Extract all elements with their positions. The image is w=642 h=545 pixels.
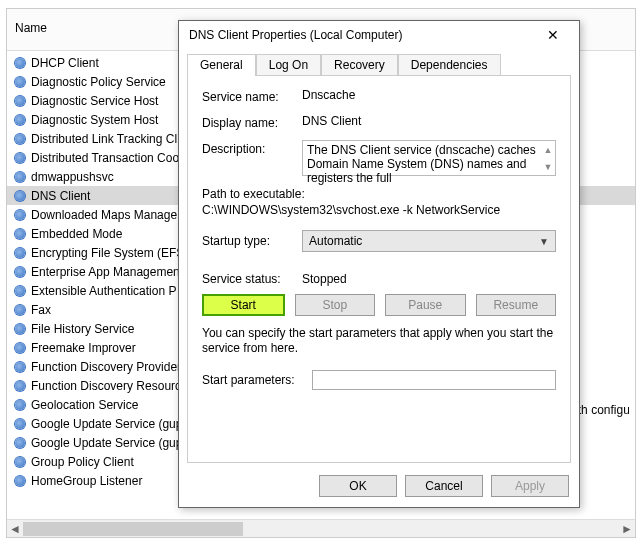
service-name-text: Extensible Authentication P…: [31, 284, 188, 298]
service-name-text: Diagnostic Service Host: [31, 94, 158, 108]
scroll-right-icon[interactable]: ►: [619, 520, 635, 538]
spin-up-icon[interactable]: ▲: [541, 141, 555, 158]
resume-button: Resume: [476, 294, 557, 316]
service-name-text: Google Update Service (gup…: [31, 417, 194, 431]
tab-recovery[interactable]: Recovery: [321, 54, 398, 76]
gear-icon: [13, 265, 27, 279]
gear-icon: [13, 227, 27, 241]
gear-icon: [13, 417, 27, 431]
label-description: Description:: [202, 140, 302, 156]
start-params-note: You can specify the start parameters tha…: [202, 326, 556, 356]
ok-button[interactable]: OK: [319, 475, 397, 497]
tab-general-body: Service name: Dnscache Display name: DNS…: [187, 75, 571, 463]
service-name-text: DHCP Client: [31, 56, 99, 70]
gear-icon: [13, 94, 27, 108]
service-name-text: Enterprise App Managemen…: [31, 265, 192, 279]
service-name-text: Diagnostic Policy Service: [31, 75, 166, 89]
column-header-name[interactable]: Name: [15, 21, 47, 35]
start-button[interactable]: Start: [202, 294, 285, 316]
start-parameters-input[interactable]: [312, 370, 556, 390]
service-name-text: Encrypting File System (EFS): [31, 246, 188, 260]
service-name-text: Distributed Link Tracking Cl…: [31, 132, 189, 146]
value-startup-type: Automatic: [309, 234, 362, 248]
value-service-name: Dnscache: [302, 88, 556, 102]
gear-icon: [13, 379, 27, 393]
tabstrip: GeneralLog OnRecoveryDependencies: [187, 53, 571, 75]
apply-button: Apply: [491, 475, 569, 497]
label-service-name: Service name:: [202, 88, 302, 104]
gear-icon: [13, 455, 27, 469]
service-name-text: Function Discovery Provider…: [31, 360, 193, 374]
gear-icon: [13, 113, 27, 127]
gear-icon: [13, 436, 27, 450]
gear-icon: [13, 170, 27, 184]
service-name-text: Group Policy Client: [31, 455, 134, 469]
label-start-parameters: Start parameters:: [202, 373, 312, 387]
gear-icon: [13, 56, 27, 70]
label-path: Path to executable:: [202, 186, 556, 202]
gear-icon: [13, 303, 27, 317]
service-name-text: Embedded Mode: [31, 227, 122, 241]
service-name-text: Function Discovery Resourc…: [31, 379, 193, 393]
gear-icon: [13, 322, 27, 336]
gear-icon: [13, 284, 27, 298]
service-name-text: DNS Client: [31, 189, 90, 203]
spin-down-icon[interactable]: ▼: [541, 158, 555, 175]
gear-icon: [13, 360, 27, 374]
horizontal-scrollbar[interactable]: ◄ ►: [7, 519, 635, 537]
service-name-text: Google Update Service (gup…: [31, 436, 194, 450]
gear-icon: [13, 246, 27, 260]
service-name-text: Downloaded Maps Manage…: [31, 208, 189, 222]
stop-button: Stop: [295, 294, 376, 316]
chevron-down-icon: ▼: [539, 236, 549, 247]
close-button[interactable]: ✕: [533, 21, 573, 49]
service-name-text: Diagnostic System Host: [31, 113, 158, 127]
gear-icon: [13, 474, 27, 488]
gear-icon: [13, 132, 27, 146]
service-name-text: File History Service: [31, 322, 134, 336]
value-description: The DNS Client service (dnscache) caches…: [307, 143, 536, 185]
label-startup-type: Startup type:: [202, 234, 302, 248]
startup-type-select[interactable]: Automatic ▼: [302, 230, 556, 252]
gear-icon: [13, 151, 27, 165]
service-name-text: HomeGroup Listener: [31, 474, 142, 488]
tab-log-on[interactable]: Log On: [256, 54, 321, 76]
label-display-name: Display name:: [202, 114, 302, 130]
description-box[interactable]: The DNS Client service (dnscache) caches…: [302, 140, 556, 176]
properties-dialog: DNS Client Properties (Local Computer) ✕…: [178, 20, 580, 508]
scroll-left-icon[interactable]: ◄: [7, 520, 23, 538]
value-display-name: DNS Client: [302, 114, 556, 128]
service-name-text: Distributed Transaction Coo…: [31, 151, 191, 165]
dialog-title: DNS Client Properties (Local Computer): [189, 28, 533, 42]
tab-general[interactable]: General: [187, 54, 256, 76]
service-name-text: Fax: [31, 303, 51, 317]
label-service-status: Service status:: [202, 272, 302, 286]
pause-button: Pause: [385, 294, 466, 316]
gear-icon: [13, 189, 27, 203]
value-service-status: Stopped: [302, 272, 347, 286]
tab-dependencies[interactable]: Dependencies: [398, 54, 501, 76]
gear-icon: [13, 75, 27, 89]
gear-icon: [13, 208, 27, 222]
gear-icon: [13, 341, 27, 355]
scrollbar-thumb[interactable]: [23, 522, 243, 536]
cancel-button[interactable]: Cancel: [405, 475, 483, 497]
service-name-text: Geolocation Service: [31, 398, 138, 412]
titlebar[interactable]: DNS Client Properties (Local Computer) ✕: [179, 21, 579, 49]
service-name-text: Freemake Improver: [31, 341, 136, 355]
value-path: C:\WINDOWS\system32\svchost.exe -k Netwo…: [202, 202, 556, 218]
service-name-text: dmwappushsvc: [31, 170, 114, 184]
gear-icon: [13, 398, 27, 412]
